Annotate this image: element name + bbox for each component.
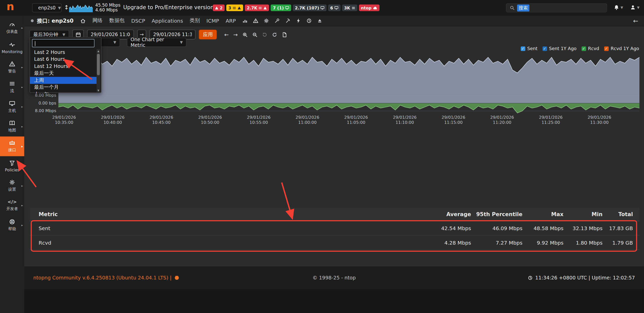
option-last-6-hours[interactable]: Last 6 Hours: [30, 56, 97, 63]
list-icon: [232, 6, 236, 10]
gear-icon: [9, 179, 15, 185]
badge-flows-count[interactable]: 3K: [342, 5, 357, 11]
badge-ntop-cloud[interactable]: ntop: [359, 5, 379, 11]
badge-engaged-alerts[interactable]: 2: [213, 5, 225, 11]
back-button[interactable]: ←: [633, 17, 638, 24]
option-last-day[interactable]: 最后一天: [30, 70, 97, 77]
dropdown-search-input[interactable]: [32, 39, 95, 47]
global-search-input[interactable]: 搜索: [506, 3, 607, 12]
shift-right-button[interactable]: →: [233, 32, 238, 38]
y-axis-label-zero: 0.00 bps: [27, 101, 56, 105]
monitor-icon: [334, 6, 338, 10]
badge-flow-alerts-warning[interactable]: 3: [226, 5, 243, 11]
export-button[interactable]: [282, 32, 287, 37]
upgrade-link[interactable]: Upgrade to Pro/Enterprise version: [123, 4, 221, 10]
shift-left-button[interactable]: ←: [224, 32, 229, 38]
sidebar-item-developer[interactable]: </> 开发者 ▸: [0, 196, 24, 216]
dropdown-scrollbar[interactable]: ▲ ▼: [97, 49, 100, 92]
eject-button[interactable]: [317, 18, 322, 23]
table-row-sent: Sent 42.54 Mbps 46.09 Mbps 48.58 Mbps 32…: [29, 221, 639, 236]
nav-link-packets[interactable]: 数据包: [109, 17, 125, 24]
nav-link-networks[interactable]: 网络: [92, 17, 103, 24]
badge-label: 2.7K (107): [295, 6, 319, 10]
apply-button[interactable]: 应用: [199, 29, 217, 39]
alert-triangle-icon: [253, 18, 258, 23]
ntopng-app: n enp2s0 ▼ ↕ 45.50 Mbps 4.60 Mbps Upgrad…: [0, 0, 644, 313]
home-button[interactable]: [80, 18, 86, 24]
life-ring-icon: [9, 219, 15, 225]
sidebar-item-interfaces[interactable]: 接口 ▸: [0, 137, 24, 156]
calendar-icon: [75, 32, 81, 37]
sidebar-item-alerts[interactable]: 警告 ▸: [0, 57, 24, 77]
sidebar-item-dashboard[interactable]: 仪表盘 ▸: [0, 18, 24, 38]
tools-button[interactable]: [274, 18, 280, 23]
sidebar-item-flows[interactable]: 流 ▸: [0, 77, 24, 97]
nav-link-arp[interactable]: ARP: [226, 18, 236, 24]
sidebar-item-label: Monitoring: [2, 49, 23, 54]
sidebar-item-maps[interactable]: 地图 ▸: [0, 117, 24, 137]
footer: © 1998-25 - ntop ntopng Community v.6.4.…: [24, 266, 644, 289]
sidebar-item-monitoring[interactable]: Monitoring: [0, 38, 24, 58]
refresh-button[interactable]: [272, 32, 277, 37]
zoom-out-button[interactable]: [252, 32, 257, 37]
rcvd-series-area: [58, 103, 640, 113]
cell-total: 17.83 GB: [603, 225, 640, 231]
interface-select[interactable]: enp2s0 ▼: [32, 3, 61, 12]
badge-remote-hosts[interactable]: 2.7K (107): [293, 5, 327, 11]
sent-series-area: [58, 57, 640, 103]
interface-navbar: 接口: enp2s0 网络 数据包 DSCP Applications 类别 I…: [24, 16, 644, 26]
option-last-12-hours[interactable]: Last 12 Hours: [30, 63, 97, 70]
sidebar-item-label: 主机: [8, 108, 16, 113]
sidebar-item-policies[interactable]: Policies: [0, 156, 24, 176]
sidebar-item-label: Policies: [5, 168, 19, 172]
navbar-icon-buttons: [242, 18, 322, 23]
ntop-logo[interactable]: n: [7, 1, 14, 13]
zoom-in-button[interactable]: [242, 32, 248, 37]
scrollbar-thumb[interactable]: [97, 54, 100, 75]
cell-metric: Rcvd: [29, 240, 422, 246]
user-icon: [630, 5, 636, 10]
interface-title-label: 接口: enp2s0: [37, 17, 74, 24]
chart-layout-value: One Chart per Metric: [131, 37, 177, 48]
scroll-up-arrow[interactable]: ▲: [97, 49, 100, 53]
alerts-button[interactable]: [253, 18, 258, 23]
sidebar-item-help[interactable]: 帮助 ▸: [0, 215, 24, 235]
alert-triangle-icon: [263, 6, 267, 10]
refresh-icon: [272, 32, 277, 37]
dig-button[interactable]: [285, 18, 290, 23]
nav-link-icmp[interactable]: ICMP: [207, 18, 219, 24]
traffic-profiles-button[interactable]: [296, 18, 301, 23]
cell-95th: 46.09 Mbps: [471, 225, 522, 231]
metrics-summary-table: Metric Average 95th Percentile Max Min T…: [29, 207, 639, 250]
option-last-week[interactable]: 上周: [30, 77, 97, 84]
badge-local-hosts[interactable]: 7 (1): [271, 5, 291, 11]
scroll-down-arrow[interactable]: ▼: [97, 88, 100, 92]
chart-button[interactable]: [242, 18, 248, 23]
nav-link-dscp[interactable]: DSCP: [131, 18, 145, 24]
undo-button[interactable]: [262, 32, 267, 37]
eject-icon: [317, 18, 322, 23]
option-last-2-hours[interactable]: Last 2 Hours: [30, 49, 97, 56]
sidebar-item-settings[interactable]: 设置 ▸: [0, 176, 24, 196]
sidebar-item-hosts[interactable]: 主机 ▸: [0, 97, 24, 117]
sidebar-item-label: 地图: [8, 128, 16, 133]
option-last-month[interactable]: 最后一个月: [30, 84, 97, 91]
list-icon: [259, 6, 262, 10]
map-book-icon: [9, 120, 15, 126]
badge-label: 2.7K: [247, 6, 257, 10]
notifications-menu[interactable]: ▼: [614, 5, 623, 10]
footer-version-link[interactable]: ntopng Community v.6.4.250813 (Ubuntu 24…: [33, 275, 179, 281]
upload-rate: 45.50 Mbps: [95, 3, 120, 8]
chart-layout-select[interactable]: One Chart per Metric ▼: [127, 38, 186, 47]
nav-link-categories[interactable]: 类别: [190, 17, 200, 24]
cell-min: 1.80 Mbps: [563, 240, 603, 246]
nav-link-applications[interactable]: Applications: [152, 18, 183, 24]
chevron-right-icon: ▸: [21, 223, 23, 227]
zoom-in-icon: [242, 32, 248, 37]
badge-flow-alerts-error[interactable]: 2.7K: [245, 5, 269, 11]
settings-button[interactable]: [264, 18, 269, 23]
user-menu[interactable]: ▼: [630, 5, 639, 10]
option-last-year[interactable]: 上一年: [30, 91, 97, 93]
badge-devices[interactable]: 6: [328, 5, 340, 11]
historical-button[interactable]: [306, 18, 312, 23]
